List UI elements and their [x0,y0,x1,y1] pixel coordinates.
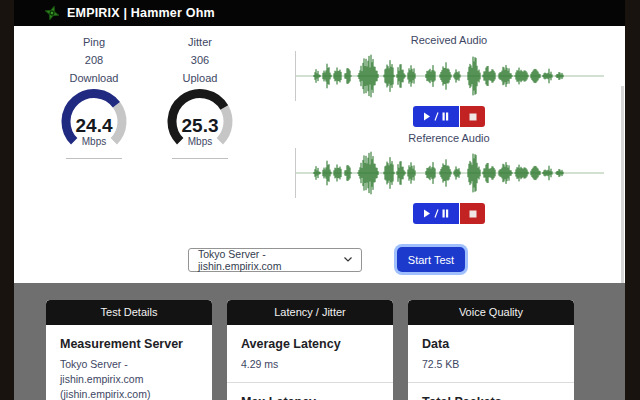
section-line: Tokyo Server - jishin.empirix.com [60,357,198,387]
app-header: EMPIRIX | Hammer Ohm [14,0,625,26]
latency-jitter-card: Latency / Jitter Average Latency 4.29 ms… [227,300,393,400]
reference-audio-label: Reference Audio [288,132,610,145]
jitter-label: Jitter [150,36,250,49]
scrollbar[interactable] [621,86,624,309]
card-section: Average Latency 4.29 ms [227,325,393,383]
received-stop-button[interactable] [460,106,485,127]
stop-icon [469,113,477,121]
upload-gauge: 25.3 Mbps [150,88,250,150]
ping-label: Ping [44,36,144,49]
card-section: Measurement Server Tokyo Server - jishin… [46,325,212,400]
upload-gauge-block: Jitter 306 Upload 25.3 Mbps [150,36,250,159]
test-details-card: Test Details Measurement Server Tokyo Se… [46,300,212,400]
play-pause-icon [423,209,449,218]
shuriken-logo-icon [44,5,60,21]
upload-speed-value: 25.3 [182,115,219,136]
chevron-down-icon [344,257,352,262]
controls-row: Tokyo Server - jishin.empirix.com Start … [188,247,465,272]
card-section: Total Packets [408,383,574,400]
section-line: 72.5 KB [422,357,560,372]
server-select[interactable]: Tokyo Server - jishin.empirix.com [188,248,362,272]
card-title: Test Details [46,300,212,325]
ping-value: 208 [44,54,144,67]
received-audio-waveform [295,51,604,101]
start-test-button[interactable]: Start Test [397,247,465,272]
download-gauge: 24.4 Mbps [44,88,144,150]
section-line: 4.29 ms [241,357,379,372]
play-pause-icon [423,112,449,121]
section-line: (jishin.empirix.com) [60,387,198,400]
app-window: EMPIRIX | Hammer Ohm Ping 208 Download 2… [14,0,625,400]
card-title: Latency / Jitter [227,300,393,325]
card-section: Data 72.5 KB [408,325,574,383]
reference-audio-controls [413,203,485,224]
voice-quality-card: Voice Quality Data 72.5 KB Total Packets [408,300,574,400]
audio-area: Received Audio [288,34,610,224]
upload-speed-unit: Mbps [188,136,212,147]
section-heading: Max Latency [241,395,379,400]
section-heading: Total Packets [422,395,560,400]
reference-audio-waveform [295,148,604,198]
results-section: Test Details Measurement Server Tokyo Se… [14,283,625,400]
download-label: Download [44,72,144,85]
gauges-area: Ping 208 Download 24.4 Mbps Jitter 306 U… [44,36,250,159]
received-play-pause-button[interactable] [413,106,459,127]
reference-stop-button[interactable] [460,203,485,224]
received-audio-controls [413,106,485,127]
gauge-underline [66,158,122,159]
section-heading: Average Latency [241,337,379,351]
card-title: Voice Quality [408,300,574,325]
gauge-underline [172,158,228,159]
download-gauge-block: Ping 208 Download 24.4 Mbps [44,36,144,159]
received-audio-label: Received Audio [288,34,610,47]
reference-play-pause-button[interactable] [413,203,459,224]
app-title: EMPIRIX | Hammer Ohm [67,6,215,20]
section-heading: Measurement Server [60,337,198,351]
server-select-value: Tokyo Server - jishin.empirix.com [198,248,344,272]
main-panel: Ping 208 Download 24.4 Mbps Jitter 306 U… [14,26,625,283]
jitter-value: 306 [150,54,250,67]
card-section: Max Latency [227,383,393,400]
stop-icon [469,210,477,218]
results-cards: Test Details Measurement Server Tokyo Se… [14,283,625,400]
download-speed-unit: Mbps [82,136,106,147]
section-heading: Data [422,337,560,351]
download-speed-value: 24.4 [76,115,113,136]
upload-label: Upload [150,72,250,85]
